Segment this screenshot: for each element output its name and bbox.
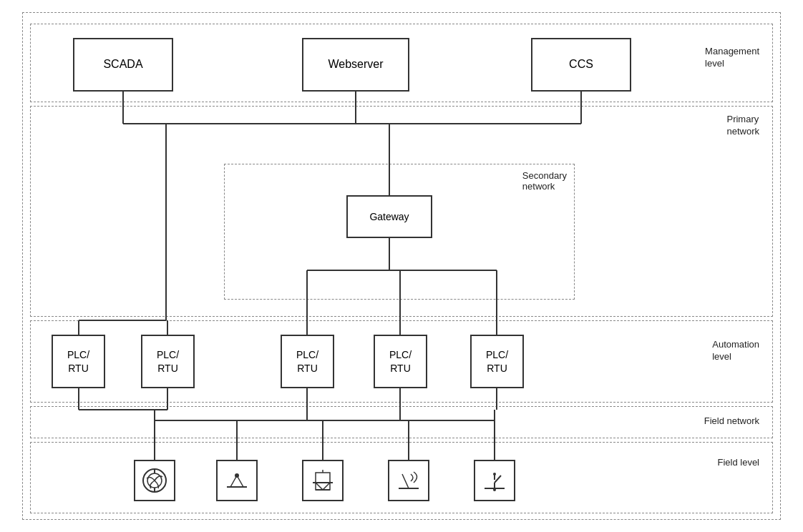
plc5-box: PLC/ RTU: [470, 335, 524, 388]
field-network-label: Field network: [704, 415, 759, 428]
svg-marker-12: [323, 483, 330, 490]
automation-level-label: Automation level: [712, 339, 759, 363]
plc4-box: PLC/ RTU: [374, 335, 427, 388]
pump-icon: [134, 460, 175, 501]
field-level-label: Field level: [717, 457, 759, 469]
svg-line-15: [402, 474, 409, 488]
gateway-box: Gateway: [346, 195, 432, 238]
svg-marker-9: [316, 473, 330, 483]
switch-icon: [474, 460, 515, 501]
plc2-box: PLC/ RTU: [141, 335, 195, 388]
management-level-label: Management level: [705, 46, 759, 70]
field-network-zone: Field network: [30, 406, 773, 438]
scada-box: SCADA: [73, 38, 173, 92]
webserver-box: Webserver: [302, 38, 409, 92]
secondary-network-label: Secondary network: [522, 170, 567, 192]
primary-network-label: Primary network: [726, 114, 759, 138]
valve-icon: [302, 460, 344, 501]
svg-line-7: [237, 476, 243, 487]
diagram-container: Management level Primary network Seconda…: [22, 12, 781, 520]
svg-line-18: [495, 476, 501, 483]
svg-point-20: [493, 488, 496, 491]
svg-marker-11: [316, 483, 323, 490]
svg-point-21: [493, 473, 496, 476]
transmitter-icon: [388, 460, 429, 501]
ccs-box: CCS: [531, 38, 631, 92]
sensor-icon: [216, 460, 258, 501]
plc3-box: PLC/ RTU: [281, 335, 334, 388]
plc1-box: PLC/ RTU: [52, 335, 105, 388]
